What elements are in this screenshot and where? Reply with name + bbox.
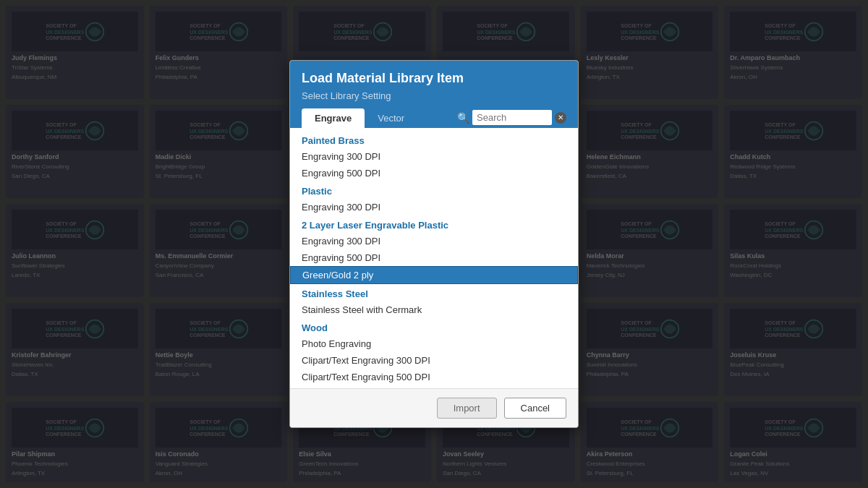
list-item[interactable]: Engraving 500 DPI [290, 165, 578, 181]
tab-bar: Engrave Vector 🔍 ✕ [302, 108, 566, 128]
import-button[interactable]: Import [437, 398, 497, 419]
list-category-label: Painted Brass [290, 131, 578, 148]
list-category-label: Plastic [290, 181, 578, 199]
list-category-label: Stainless Steel [290, 284, 578, 301]
dialog-title: Load Material Library Item [302, 71, 566, 86]
tab-vector[interactable]: Vector [365, 108, 417, 128]
list-item[interactable]: Stainless Steel with Cermark [290, 301, 578, 318]
list-item[interactable]: Engraving 300 DPI [290, 199, 578, 215]
list-category-label: 2 Layer Laser Engravable Plastic [290, 215, 578, 233]
list-item[interactable]: Photo Engraving [290, 335, 578, 352]
list-item[interactable]: Clipart/Text Engraving 500 DPI [290, 369, 578, 385]
search-clear-button[interactable]: ✕ [555, 112, 566, 124]
dialog-header: Load Material Library Item Select Librar… [290, 61, 578, 128]
cancel-button[interactable]: Cancel [504, 398, 566, 419]
dialog-subtitle: Select Library Setting [302, 90, 566, 101]
tab-engrave[interactable]: Engrave [302, 108, 365, 128]
list-item[interactable]: Engraving 300 DPI [290, 233, 578, 249]
list-item[interactable]: Deep Engraving [290, 385, 578, 388]
list-item[interactable]: Green/Gold 2 ply [290, 266, 578, 284]
search-input[interactable] [472, 110, 552, 125]
search-container: 🔍 ✕ [457, 110, 566, 128]
dialog-body: Painted BrassEngraving 300 DPIEngraving … [290, 128, 578, 388]
list-category-label: Wood [290, 318, 578, 335]
list-item[interactable]: Clipart/Text Engraving 300 DPI [290, 352, 578, 369]
modal-overlay: Load Material Library Item Select Librar… [0, 0, 868, 488]
items-list[interactable]: Painted BrassEngraving 300 DPIEngraving … [290, 128, 578, 388]
dialog-footer: Import Cancel [290, 388, 578, 427]
search-icon: 🔍 [457, 112, 469, 124]
list-item[interactable]: Engraving 500 DPI [290, 249, 578, 266]
dialog: Load Material Library Item Select Librar… [289, 60, 579, 428]
list-item[interactable]: Engraving 300 DPI [290, 148, 578, 165]
